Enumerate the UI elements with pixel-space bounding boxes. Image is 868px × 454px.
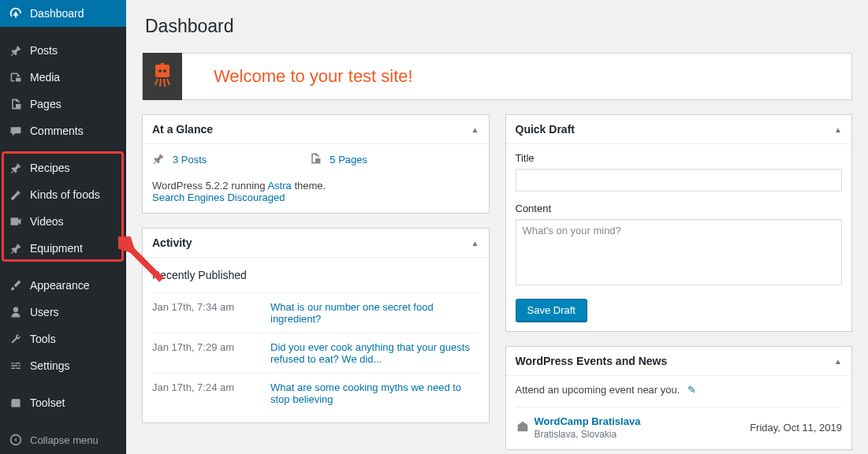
save-draft-button[interactable]: Save Draft xyxy=(516,299,587,322)
carrot-icon xyxy=(8,188,24,201)
sidebar-separator xyxy=(0,30,126,34)
sidebar-item-label: Settings xyxy=(30,359,70,372)
page-body: Dashboard Welcome to your test site! At … xyxy=(126,0,868,454)
page-title: Dashboard xyxy=(145,16,852,37)
edit-location-icon[interactable]: ✎ xyxy=(687,384,696,396)
page-icon xyxy=(8,98,24,110)
event-title-link[interactable]: WordCamp Bratislava xyxy=(535,415,751,427)
widget-title: At a Glance xyxy=(152,123,213,136)
welcome-panel: Welcome to your test site! xyxy=(142,53,852,100)
activity-subtitle: Recently Published xyxy=(152,269,479,281)
sidebar-separator xyxy=(0,419,126,423)
widget-title: Quick Draft xyxy=(516,123,575,136)
sidebar-item-label: Videos xyxy=(30,215,64,228)
widget-quick-draft: Quick Draft ▲ Title Content Save Draft xyxy=(505,114,853,332)
pin-icon xyxy=(152,152,165,167)
brush-icon xyxy=(8,279,24,292)
chevron-up-icon[interactable]: ▲ xyxy=(471,125,479,134)
svg-rect-4 xyxy=(161,63,164,65)
activity-post-link[interactable]: What is our number one secret food ingre… xyxy=(270,301,479,325)
sidebar-item-tools[interactable]: Tools xyxy=(0,326,126,352)
activity-post-link[interactable]: What are some cooking myths we need to s… xyxy=(270,381,479,405)
glance-pages-link[interactable]: 5 Pages xyxy=(330,154,367,166)
sidebar-item-media[interactable]: Media xyxy=(0,64,126,91)
activity-item: Jan 17th, 7:29 am Did you ever cook anyt… xyxy=(152,333,479,373)
widget-activity: Activity ▲ Recently Published Jan 17th, … xyxy=(142,228,490,423)
sidebar-item-dashboard[interactable]: Dashboard xyxy=(0,0,126,27)
sidebar-item-label: Pages xyxy=(30,98,61,110)
widget-header[interactable]: WordPress Events and News ▲ xyxy=(506,347,852,376)
events-attend-text: Attend an upcoming event near you. ✎ xyxy=(516,384,843,399)
page-icon xyxy=(309,152,322,167)
sidebar-item-appearance[interactable]: Appearance xyxy=(0,272,126,299)
chevron-up-icon[interactable]: ▲ xyxy=(834,125,842,134)
event-date: Friday, Oct 11, 2019 xyxy=(750,422,842,434)
sliders-icon xyxy=(8,359,24,372)
collapse-icon xyxy=(8,434,24,446)
activity-date: Jan 17th, 7:24 am xyxy=(152,381,270,405)
sidebar-item-equipment[interactable]: Equipment xyxy=(0,235,126,262)
pin-icon xyxy=(8,162,24,174)
widget-events-news: WordPress Events and News ▲ Attend an up… xyxy=(505,346,853,450)
gauge-icon xyxy=(8,6,24,20)
wrench-icon xyxy=(8,333,24,345)
widget-title: WordPress Events and News xyxy=(516,355,668,367)
widget-header[interactable]: Activity ▲ xyxy=(143,229,489,258)
chevron-up-icon[interactable]: ▲ xyxy=(471,239,479,247)
sidebar-item-label: Toolset xyxy=(30,396,65,409)
media-icon xyxy=(8,71,24,84)
widget-header[interactable]: At a Glance ▲ xyxy=(143,115,489,144)
sidebar-item-label: Dashboard xyxy=(30,7,84,20)
pin-icon xyxy=(8,242,24,255)
sidebar-item-label: Tools xyxy=(30,333,56,345)
theme-link[interactable]: Astra xyxy=(267,180,291,192)
sidebar-item-settings[interactable]: Settings xyxy=(0,352,126,379)
wordcamp-icon xyxy=(516,419,535,436)
sidebar-item-label: Comments xyxy=(30,125,84,137)
sidebar-item-toolset[interactable]: Toolset xyxy=(0,389,126,416)
activity-item: Jan 17th, 7:34 am What is our number one… xyxy=(152,292,479,333)
sidebar-item-posts[interactable]: Posts xyxy=(0,37,126,64)
draft-content-textarea[interactable] xyxy=(516,219,843,285)
search-engines-link[interactable]: Search Engines Discouraged xyxy=(152,192,285,203)
sidebar-item-recipes[interactable]: Recipes xyxy=(0,154,126,181)
sidebar-item-videos[interactable]: Videos xyxy=(0,208,126,235)
glance-wp-version: WordPress 5.2.2 running Astra theme. xyxy=(152,180,479,192)
sidebar-item-pages[interactable]: Pages xyxy=(0,91,126,117)
svg-point-2 xyxy=(158,69,162,73)
sidebar-item-kinds-of-foods[interactable]: Kinds of foods xyxy=(0,181,126,208)
chevron-up-icon[interactable]: ▲ xyxy=(834,357,842,366)
sidebar-item-label: Kinds of foods xyxy=(30,188,100,201)
sidebar-item-label: Equipment xyxy=(30,242,83,255)
sidebar-item-users[interactable]: Users xyxy=(0,299,126,326)
welcome-avatar-icon xyxy=(143,53,182,100)
activity-post-link[interactable]: Did you ever cook anything that your gue… xyxy=(270,341,479,365)
draft-title-label: Title xyxy=(516,152,843,164)
sidebar-item-label: Posts xyxy=(30,44,58,57)
sidebar-item-comments[interactable]: Comments xyxy=(0,117,126,144)
text: WordPress 5.2.2 running xyxy=(152,180,267,192)
event-location: Bratislava, Slovakia xyxy=(535,429,751,440)
sidebar-collapse[interactable]: Collapse menu xyxy=(0,426,126,453)
welcome-text: Welcome to your test site! xyxy=(214,66,413,87)
text: theme. xyxy=(292,180,326,192)
sidebar-separator xyxy=(0,265,126,269)
sidebar-item-label: Users xyxy=(30,306,59,318)
glance-pages[interactable]: 5 Pages xyxy=(309,152,367,167)
user-icon xyxy=(8,306,24,318)
sidebar-collapse-label: Collapse menu xyxy=(30,434,99,446)
sidebar-item-label: Appearance xyxy=(30,279,90,292)
text: Attend an upcoming event near you. xyxy=(516,384,680,396)
widget-header[interactable]: Quick Draft ▲ xyxy=(506,115,852,144)
sidebar-item-label: Media xyxy=(30,71,60,84)
widget-at-a-glance: At a Glance ▲ 3 Posts xyxy=(142,114,490,214)
glance-posts[interactable]: 3 Posts xyxy=(152,152,207,167)
video-icon xyxy=(8,215,24,228)
admin-sidebar: Dashboard Posts Media Pages Comments Rec… xyxy=(0,0,126,454)
svg-rect-1 xyxy=(155,65,170,77)
toolset-icon xyxy=(8,396,24,409)
draft-title-input[interactable] xyxy=(516,169,843,192)
glance-posts-link[interactable]: 3 Posts xyxy=(173,154,207,166)
comment-icon xyxy=(8,125,24,137)
pin-icon xyxy=(8,44,24,57)
